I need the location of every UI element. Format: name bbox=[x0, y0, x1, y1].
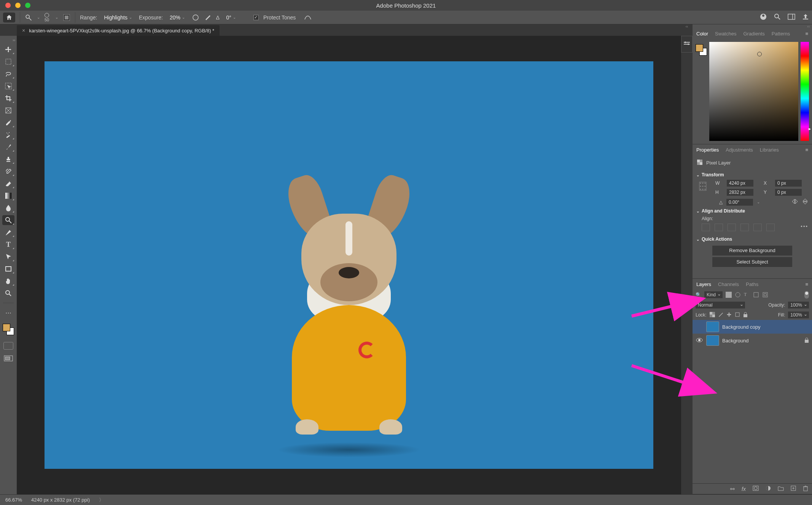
quick-actions-header[interactable]: ⌄Quick Actions bbox=[696, 234, 808, 244]
blend-mode-select[interactable]: Normal bbox=[696, 302, 745, 308]
filter-kind-select[interactable]: Kind bbox=[704, 291, 723, 298]
exposure-select[interactable]: 20% ⌄ bbox=[167, 14, 187, 21]
pen-tool[interactable] bbox=[2, 227, 14, 237]
align-bottom-icon[interactable] bbox=[766, 224, 775, 231]
lock-transparency-icon[interactable] bbox=[710, 312, 715, 318]
angle-input[interactable]: 0° ⌄ bbox=[224, 14, 238, 21]
transform-section-header[interactable]: ⌄Transform bbox=[696, 170, 808, 180]
crop-tool[interactable] bbox=[2, 93, 14, 103]
close-tab-icon[interactable]: × bbox=[22, 27, 25, 34]
layer-mask-icon[interactable] bbox=[753, 486, 759, 492]
color-panel-menu-icon[interactable]: ≡ bbox=[805, 31, 808, 37]
tab-patterns[interactable]: Patterns bbox=[772, 31, 790, 37]
delete-layer-icon[interactable] bbox=[803, 485, 808, 492]
layers-panel-menu-icon[interactable]: ≡ bbox=[805, 281, 808, 287]
gradient-tool[interactable] bbox=[2, 191, 14, 201]
share-icon[interactable] bbox=[802, 13, 809, 21]
move-tool[interactable] bbox=[2, 45, 14, 54]
header-search-icon[interactable] bbox=[774, 13, 781, 21]
align-top-icon[interactable] bbox=[740, 224, 749, 231]
color-field[interactable] bbox=[709, 42, 798, 141]
align-vcenter-icon[interactable] bbox=[753, 224, 762, 231]
color-panel-swatches[interactable] bbox=[696, 44, 707, 56]
align-right-icon[interactable] bbox=[728, 224, 736, 231]
tab-properties[interactable]: Properties bbox=[696, 147, 719, 153]
quick-mask-toggle[interactable] bbox=[3, 342, 13, 350]
lock-artboard-icon[interactable] bbox=[735, 312, 740, 318]
doc-info-menu-icon[interactable]: 〉 bbox=[99, 497, 104, 503]
tab-swatches[interactable]: Swatches bbox=[715, 31, 736, 37]
filter-smart-icon[interactable] bbox=[762, 292, 768, 298]
layer-thumbnail[interactable] bbox=[706, 321, 719, 332]
canvas[interactable] bbox=[17, 36, 681, 494]
type-tool[interactable]: T bbox=[2, 240, 14, 249]
new-layer-icon[interactable] bbox=[791, 486, 796, 492]
width-input[interactable]: 4240 px bbox=[727, 180, 753, 187]
toolbar-collapse-icon[interactable]: ›› bbox=[13, 38, 15, 42]
zoom-tool[interactable] bbox=[2, 288, 14, 298]
layer-thumbnail[interactable] bbox=[706, 335, 719, 346]
color-swatches[interactable] bbox=[3, 324, 14, 335]
pressure-opacity-icon[interactable] bbox=[192, 14, 199, 21]
layer-row[interactable]: Background bbox=[693, 334, 812, 347]
dodge-tool[interactable] bbox=[2, 215, 14, 225]
layer-name[interactable]: Background bbox=[722, 338, 748, 344]
marquee-tool[interactable] bbox=[2, 57, 14, 67]
edit-toolbar-icon[interactable]: ⋯ bbox=[2, 308, 14, 318]
close-window[interactable] bbox=[5, 3, 11, 8]
tab-channels[interactable]: Channels bbox=[718, 281, 739, 287]
tab-layers[interactable]: Layers bbox=[696, 281, 711, 287]
group-icon[interactable] bbox=[778, 486, 784, 492]
tool-preset-chevron[interactable]: ⌄ bbox=[37, 15, 40, 19]
adjustment-layer-icon[interactable] bbox=[766, 486, 771, 492]
history-brush-tool[interactable] bbox=[2, 166, 14, 176]
lock-position-icon[interactable] bbox=[726, 312, 732, 318]
height-input[interactable]: 2832 px bbox=[727, 189, 753, 196]
brush-preset[interactable]: 50 bbox=[45, 13, 49, 22]
frame-tool[interactable] bbox=[2, 105, 14, 115]
tab-gradients[interactable]: Gradients bbox=[743, 31, 764, 37]
lock-image-icon[interactable] bbox=[718, 312, 723, 318]
tab-adjustments[interactable]: Adjustments bbox=[726, 147, 753, 153]
brush-tool[interactable] bbox=[2, 142, 14, 152]
reference-point-icon[interactable] bbox=[699, 180, 707, 206]
hue-slider[interactable]: ▸ bbox=[801, 42, 809, 141]
tab-color[interactable]: Color bbox=[696, 31, 708, 37]
filter-adjust-icon[interactable] bbox=[735, 292, 741, 298]
filter-shape-icon[interactable] bbox=[753, 292, 759, 298]
dodge-tool-icon[interactable] bbox=[25, 14, 32, 21]
visibility-toggle[interactable] bbox=[696, 338, 703, 344]
minimize-window[interactable] bbox=[15, 3, 21, 8]
foreground-color-swatch[interactable] bbox=[3, 324, 10, 331]
filter-pixel-icon[interactable] bbox=[726, 292, 732, 298]
pressure-size-icon[interactable] bbox=[304, 14, 312, 21]
collapsed-panel-group[interactable] bbox=[681, 36, 693, 53]
tab-libraries[interactable]: Libraries bbox=[760, 147, 779, 153]
path-select-tool[interactable] bbox=[2, 252, 14, 262]
brush-settings-icon[interactable] bbox=[63, 14, 70, 21]
airbrush-icon[interactable] bbox=[204, 14, 212, 21]
layer-row[interactable]: Background copy bbox=[693, 320, 812, 334]
align-more-icon[interactable]: ••• bbox=[801, 224, 808, 231]
lasso-tool[interactable] bbox=[2, 69, 14, 79]
layer-style-icon[interactable]: fx bbox=[742, 486, 746, 492]
eraser-tool[interactable] bbox=[2, 179, 14, 189]
blur-tool[interactable] bbox=[2, 203, 14, 213]
hand-tool[interactable] bbox=[2, 276, 14, 286]
y-input[interactable]: 0 px bbox=[775, 189, 802, 196]
healing-brush-tool[interactable] bbox=[2, 130, 14, 140]
home-button[interactable] bbox=[3, 13, 15, 22]
stamp-tool[interactable] bbox=[2, 154, 14, 164]
doc-info[interactable]: 4240 px x 2832 px (72 ppi) bbox=[31, 497, 90, 503]
protect-tones-checkbox[interactable]: ✓ bbox=[253, 15, 259, 20]
object-select-tool[interactable] bbox=[2, 81, 14, 91]
properties-panel-menu-icon[interactable]: ≡ bbox=[805, 147, 808, 153]
layer-name[interactable]: Background copy bbox=[722, 324, 760, 330]
rotation-input[interactable]: 0.00° bbox=[726, 199, 753, 206]
rectangle-tool[interactable] bbox=[2, 264, 14, 274]
flip-horizontal-icon[interactable] bbox=[791, 198, 798, 206]
maximize-window[interactable] bbox=[25, 3, 30, 8]
fill-input[interactable]: 100% bbox=[788, 312, 809, 318]
screen-mode-toggle[interactable] bbox=[3, 355, 13, 363]
link-layers-icon[interactable]: ⚯ bbox=[730, 486, 735, 492]
